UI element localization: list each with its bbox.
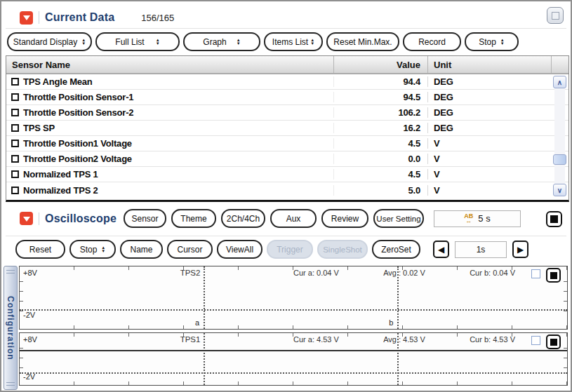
spinner-icon: ▲▼ xyxy=(101,246,105,253)
ab-time-value: 5 s xyxy=(478,213,490,224)
user-setting-button[interactable]: User Setting xyxy=(373,209,424,228)
table-row[interactable]: Throttle Position2 Voltage 0.0 V xyxy=(6,151,568,167)
review-button[interactable]: Review xyxy=(321,209,368,228)
scroll-down-button[interactable]: ∨ xyxy=(553,184,566,196)
panel-collapse-button[interactable] xyxy=(20,11,33,25)
row-checkbox[interactable] xyxy=(11,140,19,147)
zero-set-button[interactable]: ZeroSet xyxy=(372,240,420,259)
oscilloscope-header: Oscilloscope Sensor Theme 2Ch/4Ch Aux Re… xyxy=(20,209,521,228)
panel-collapse-button[interactable] xyxy=(20,212,33,225)
cursor-a-reading: Cur a: 4.53 V xyxy=(293,335,339,344)
cursor-b-line[interactable] xyxy=(397,266,399,329)
voltage-ticks xyxy=(564,339,567,375)
maximize-button[interactable] xyxy=(547,7,564,24)
column-header-sensor-name: Sensor Name xyxy=(6,60,333,70)
grip-icon xyxy=(6,382,15,386)
table-row[interactable]: Normalized TPS 1 4.5 V xyxy=(6,167,568,182)
data-stop-dropdown[interactable]: Stop ▲▼ xyxy=(465,32,519,51)
channel-name-label: TPS2 xyxy=(20,269,200,277)
scale-bottom-label: -2V xyxy=(23,311,35,319)
row-checkbox[interactable] xyxy=(11,93,19,101)
row-checkbox[interactable] xyxy=(11,187,19,194)
view-all-button[interactable]: ViewAll xyxy=(217,240,262,259)
sensor-unit: DEG xyxy=(427,92,551,102)
channel-measurements: Cur a: 4.53 V Avg : 4.53 V Cur b: 4.53 V xyxy=(293,335,515,344)
oscilloscope-stop-button[interactable] xyxy=(546,211,562,227)
cursor-a-line[interactable] xyxy=(204,266,205,329)
sensor-value: 94.4 xyxy=(333,76,427,87)
table-row[interactable]: TPS Angle Mean 94.4 DEG xyxy=(6,74,568,90)
cursor-button[interactable]: Cursor xyxy=(167,240,213,259)
channel-mode-button[interactable]: 2Ch/4Ch xyxy=(221,209,265,228)
cursor-b-line[interactable] xyxy=(397,333,399,385)
scrollbar-track[interactable] xyxy=(554,88,565,184)
row-checkbox[interactable] xyxy=(11,155,19,163)
cursor-b-reading: Cur b: 4.53 V xyxy=(470,335,515,344)
sensor-value: 94.5 xyxy=(333,92,427,102)
divider xyxy=(39,11,39,24)
channel-stop-button[interactable] xyxy=(546,334,561,349)
time-ticks xyxy=(20,325,567,329)
row-checkbox[interactable] xyxy=(11,78,19,86)
channel-stop-button[interactable] xyxy=(546,268,561,283)
table-row[interactable]: Throttle Position Sensor-1 94.5 DEG xyxy=(6,90,568,105)
table-scrollbar[interactable]: ∧ ∨ xyxy=(553,76,566,196)
scrollbar-thumb[interactable] xyxy=(553,154,566,165)
reset-min-max-button[interactable]: Reset Min.Max. xyxy=(326,32,399,51)
cursor-b-label: b xyxy=(389,318,393,327)
chevron-up-icon: ∧ xyxy=(557,79,562,86)
timebase-decrease-button[interactable]: ◀ xyxy=(433,241,449,258)
spinner-icon: ▲▼ xyxy=(156,39,160,46)
column-header-value: Value xyxy=(333,56,427,73)
cursor-a-label: a xyxy=(195,318,199,327)
oscilloscope-toolbar: Sensor Theme 2Ch/4Ch Aux Review User Set… xyxy=(124,209,424,228)
table-row[interactable]: TPS SP 16.2 DEG xyxy=(6,121,568,136)
ab-cursor-measure-icon: AB ↔ xyxy=(464,213,473,224)
record-button[interactable]: Record xyxy=(403,32,461,51)
full-list-dropdown[interactable]: Full List ▲▼ xyxy=(95,32,180,51)
ab-time-display: AB ↔ 5 s xyxy=(434,210,521,227)
current-data-header: Current Data 156/165 xyxy=(20,8,174,27)
sensor-table: Sensor Name Value Unit TPS Angle Mean 94… xyxy=(6,55,569,202)
triangle-down-icon xyxy=(23,217,30,222)
signal-trace xyxy=(20,309,567,311)
configuration-tab[interactable]: Configuration xyxy=(4,266,18,390)
sensor-button[interactable]: Sensor xyxy=(124,209,166,228)
voltage-ticks xyxy=(20,339,23,375)
channel-checkbox[interactable] xyxy=(531,336,540,345)
configuration-tab-label: Configuration xyxy=(6,296,15,360)
scope-stop-dropdown[interactable]: Stop ▲▼ xyxy=(69,240,116,259)
aux-button[interactable]: Aux xyxy=(270,209,317,228)
divider xyxy=(6,236,566,236)
table-row[interactable]: Throttle Position1 Voltage 4.5 V xyxy=(6,136,568,151)
divider xyxy=(6,28,566,29)
scroll-up-button[interactable]: ∧ xyxy=(553,76,566,88)
oscilloscope-title: Oscilloscope xyxy=(45,212,117,225)
header-corner xyxy=(551,56,568,73)
reset-button[interactable]: Reset xyxy=(15,240,65,259)
channel-checkbox[interactable] xyxy=(531,269,540,278)
item-counter: 156/165 xyxy=(141,13,174,23)
graph-dropdown[interactable]: Graph ▲▼ xyxy=(183,32,260,51)
single-shot-button[interactable]: SingleShot xyxy=(317,240,368,259)
timebase-display: 1s xyxy=(455,241,507,258)
theme-button[interactable]: Theme xyxy=(171,209,216,228)
table-header-row: Sensor Name Value Unit xyxy=(6,56,568,74)
cursor-a-line[interactable] xyxy=(204,333,205,385)
signal-trace xyxy=(20,350,567,351)
table-row[interactable]: Normalized TPS 2 5.0 V xyxy=(6,182,568,198)
timebase-increase-button[interactable]: ▶ xyxy=(512,241,528,258)
sensor-value: 4.5 xyxy=(333,169,427,180)
sensor-unit: DEG xyxy=(427,107,551,118)
trigger-button[interactable]: Trigger xyxy=(267,240,313,259)
items-list-dropdown[interactable]: Items List ▲▼ xyxy=(264,32,323,51)
standard-display-dropdown[interactable]: Standard Display ▲▼ xyxy=(7,32,92,51)
sensor-unit: V xyxy=(427,138,551,149)
table-row[interactable]: Throttle Position Sensor-2 106.2 DEG xyxy=(6,105,568,121)
row-checkbox[interactable] xyxy=(11,124,19,132)
row-checkbox[interactable] xyxy=(11,170,19,178)
table-body: TPS Angle Mean 94.4 DEG Throttle Positio… xyxy=(6,74,568,198)
row-checkbox[interactable] xyxy=(11,109,19,116)
name-button[interactable]: Name xyxy=(120,240,163,259)
grip-icon xyxy=(6,270,15,273)
